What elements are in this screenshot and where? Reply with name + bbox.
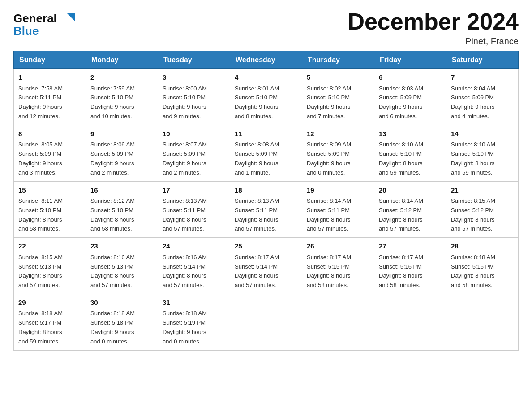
day-info: Sunrise: 8:10 AMSunset: 5:10 PMDaylight:… (451, 140, 514, 177)
calendar-cell: 9Sunrise: 8:06 AMSunset: 5:09 PMDaylight… (86, 125, 158, 181)
day-info: Sunrise: 8:05 AMSunset: 5:09 PMDaylight:… (18, 140, 81, 177)
day-number: 21 (451, 185, 514, 196)
calendar-week-4: 22Sunrise: 8:15 AMSunset: 5:13 PMDayligh… (14, 238, 519, 294)
calendar-cell: 2Sunrise: 7:59 AMSunset: 5:10 PMDaylight… (86, 69, 158, 125)
col-sunday: Sunday (14, 51, 86, 69)
day-info: Sunrise: 8:15 AMSunset: 5:13 PMDaylight:… (18, 253, 81, 290)
day-number: 28 (451, 241, 514, 252)
calendar-cell: 13Sunrise: 8:10 AMSunset: 5:10 PMDayligh… (374, 125, 446, 181)
day-number: 10 (163, 129, 225, 139)
day-info: Sunrise: 8:10 AMSunset: 5:10 PMDaylight:… (379, 140, 442, 177)
calendar-cell: 27Sunrise: 8:17 AMSunset: 5:16 PMDayligh… (374, 238, 446, 294)
day-number: 11 (235, 129, 297, 139)
day-number: 14 (451, 129, 514, 139)
calendar-cell: 23Sunrise: 8:16 AMSunset: 5:13 PMDayligh… (86, 238, 158, 294)
calendar-cell: 6Sunrise: 8:03 AMSunset: 5:09 PMDaylight… (374, 69, 446, 125)
day-number: 20 (379, 185, 442, 196)
day-info: Sunrise: 8:18 AMSunset: 5:16 PMDaylight:… (451, 253, 514, 290)
day-number: 3 (163, 73, 225, 83)
day-info: Sunrise: 7:58 AMSunset: 5:11 PMDaylight:… (18, 84, 81, 121)
day-info: Sunrise: 8:01 AMSunset: 5:10 PMDaylight:… (235, 84, 297, 121)
col-friday: Friday (374, 51, 446, 69)
day-number: 31 (163, 298, 225, 308)
calendar-week-3: 15Sunrise: 8:11 AMSunset: 5:10 PMDayligh… (14, 181, 519, 238)
day-number: 30 (90, 298, 153, 308)
calendar-cell: 4Sunrise: 8:01 AMSunset: 5:10 PMDaylight… (230, 69, 302, 125)
day-info: Sunrise: 8:14 AMSunset: 5:11 PMDaylight:… (307, 197, 369, 234)
calendar-body: 1Sunrise: 7:58 AMSunset: 5:11 PMDaylight… (14, 69, 519, 350)
calendar-cell: 16Sunrise: 8:12 AMSunset: 5:10 PMDayligh… (86, 181, 158, 238)
day-number: 25 (235, 241, 297, 252)
calendar-cell: 22Sunrise: 8:15 AMSunset: 5:13 PMDayligh… (14, 238, 86, 294)
calendar-cell: 12Sunrise: 8:09 AMSunset: 5:09 PMDayligh… (302, 125, 374, 181)
calendar-cell: 11Sunrise: 8:08 AMSunset: 5:09 PMDayligh… (230, 125, 302, 181)
day-number: 5 (307, 73, 369, 83)
calendar-cell: 15Sunrise: 8:11 AMSunset: 5:10 PMDayligh… (14, 181, 86, 238)
day-number: 19 (307, 185, 369, 196)
col-wednesday: Wednesday (230, 51, 302, 69)
logo: General Blue (13, 9, 81, 38)
day-info: Sunrise: 8:17 AMSunset: 5:16 PMDaylight:… (379, 253, 442, 290)
calendar-cell: 31Sunrise: 8:18 AMSunset: 5:19 PMDayligh… (158, 294, 230, 350)
calendar-cell: 29Sunrise: 8:18 AMSunset: 5:17 PMDayligh… (14, 294, 86, 350)
calendar-cell: 8Sunrise: 8:05 AMSunset: 5:09 PMDaylight… (14, 125, 86, 181)
day-info: Sunrise: 8:02 AMSunset: 5:10 PMDaylight:… (307, 84, 369, 121)
day-info: Sunrise: 8:16 AMSunset: 5:14 PMDaylight:… (163, 253, 225, 290)
day-info: Sunrise: 8:18 AMSunset: 5:17 PMDaylight:… (18, 309, 81, 346)
day-info: Sunrise: 8:17 AMSunset: 5:15 PMDaylight:… (307, 253, 369, 290)
svg-marker-1 (66, 13, 75, 21)
day-number: 22 (18, 241, 81, 252)
day-info: Sunrise: 8:17 AMSunset: 5:14 PMDaylight:… (235, 253, 297, 290)
calendar-cell (446, 294, 519, 350)
day-info: Sunrise: 8:16 AMSunset: 5:13 PMDaylight:… (90, 253, 153, 290)
day-number: 4 (235, 73, 297, 83)
day-number: 12 (307, 129, 369, 139)
day-info: Sunrise: 8:12 AMSunset: 5:10 PMDaylight:… (90, 197, 153, 234)
calendar-header: Sunday Monday Tuesday Wednesday Thursday… (14, 51, 519, 69)
calendar-cell: 7Sunrise: 8:04 AMSunset: 5:09 PMDaylight… (446, 69, 519, 125)
logo-svg: General Blue (13, 9, 81, 38)
day-info: Sunrise: 8:06 AMSunset: 5:09 PMDaylight:… (90, 140, 153, 177)
day-info: Sunrise: 8:13 AMSunset: 5:11 PMDaylight:… (235, 197, 297, 234)
svg-text:General: General (13, 12, 57, 25)
calendar-cell: 3Sunrise: 8:00 AMSunset: 5:10 PMDaylight… (158, 69, 230, 125)
col-monday: Monday (86, 51, 158, 69)
calendar-cell: 28Sunrise: 8:18 AMSunset: 5:16 PMDayligh… (446, 238, 519, 294)
month-title: December 2024 (348, 9, 519, 34)
day-info: Sunrise: 8:15 AMSunset: 5:12 PMDaylight:… (451, 197, 514, 234)
calendar-cell: 19Sunrise: 8:14 AMSunset: 5:11 PMDayligh… (302, 181, 374, 238)
day-number: 7 (451, 73, 514, 83)
calendar-week-2: 8Sunrise: 8:05 AMSunset: 5:09 PMDaylight… (14, 125, 519, 181)
day-number: 29 (18, 298, 81, 308)
header-row: Sunday Monday Tuesday Wednesday Thursday… (14, 51, 519, 69)
day-info: Sunrise: 8:14 AMSunset: 5:12 PMDaylight:… (379, 197, 442, 234)
day-info: Sunrise: 7:59 AMSunset: 5:10 PMDaylight:… (90, 84, 153, 121)
calendar-cell: 10Sunrise: 8:07 AMSunset: 5:09 PMDayligh… (158, 125, 230, 181)
day-number: 9 (90, 129, 153, 139)
calendar-cell (374, 294, 446, 350)
day-info: Sunrise: 8:18 AMSunset: 5:18 PMDaylight:… (90, 309, 153, 346)
calendar-cell: 17Sunrise: 8:13 AMSunset: 5:11 PMDayligh… (158, 181, 230, 238)
day-number: 27 (379, 241, 442, 252)
day-info: Sunrise: 8:00 AMSunset: 5:10 PMDaylight:… (163, 84, 225, 121)
col-saturday: Saturday (446, 51, 519, 69)
day-number: 23 (90, 241, 153, 252)
day-number: 17 (163, 185, 225, 196)
day-number: 8 (18, 129, 81, 139)
calendar-cell: 24Sunrise: 8:16 AMSunset: 5:14 PMDayligh… (158, 238, 230, 294)
calendar-cell (302, 294, 374, 350)
day-info: Sunrise: 8:07 AMSunset: 5:09 PMDaylight:… (163, 140, 225, 177)
calendar-week-1: 1Sunrise: 7:58 AMSunset: 5:11 PMDaylight… (14, 69, 519, 125)
calendar-cell: 14Sunrise: 8:10 AMSunset: 5:10 PMDayligh… (446, 125, 519, 181)
calendar-table: Sunday Monday Tuesday Wednesday Thursday… (13, 51, 519, 350)
day-number: 18 (235, 185, 297, 196)
day-info: Sunrise: 8:18 AMSunset: 5:19 PMDaylight:… (163, 309, 225, 346)
col-thursday: Thursday (302, 51, 374, 69)
day-number: 16 (90, 185, 153, 196)
day-number: 13 (379, 129, 442, 139)
day-info: Sunrise: 8:11 AMSunset: 5:10 PMDaylight:… (18, 197, 81, 234)
svg-text:Blue: Blue (13, 24, 39, 38)
calendar-cell: 1Sunrise: 7:58 AMSunset: 5:11 PMDaylight… (14, 69, 86, 125)
calendar-cell: 21Sunrise: 8:15 AMSunset: 5:12 PMDayligh… (446, 181, 519, 238)
calendar-cell: 5Sunrise: 8:02 AMSunset: 5:10 PMDaylight… (302, 69, 374, 125)
